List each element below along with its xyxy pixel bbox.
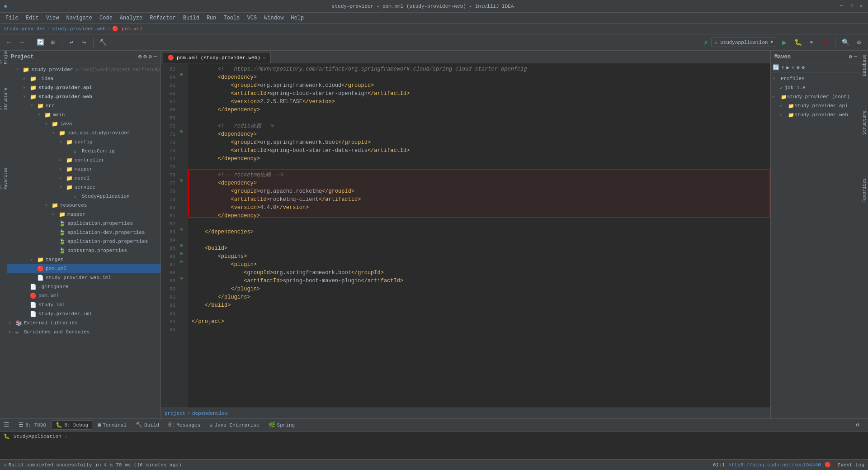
menu-edit[interactable]: Edit	[22, 14, 42, 22]
sidebar-item-package[interactable]: 📁 com.xcc.studyprovider	[7, 128, 160, 138]
run-button[interactable]: ▶	[779, 37, 790, 48]
sidebar-item-model[interactable]: 📁 model	[7, 174, 160, 183]
maven-minimize-icon[interactable]: ─	[854, 53, 857, 60]
sidebar-item-src[interactable]: 📁 src	[7, 101, 160, 110]
menu-run[interactable]: Run	[203, 14, 220, 22]
toolbar-navigate-forward[interactable]: →	[16, 37, 27, 48]
bottom-tab-spring[interactable]: 🌿 Spring	[265, 421, 299, 429]
toolbar-undo[interactable]: ↩	[66, 37, 77, 48]
menu-refactor[interactable]: Refactor	[146, 14, 179, 22]
toolbar-run-indicator[interactable]: ⚡	[703, 38, 708, 47]
toolbar-sync[interactable]: 🔄	[35, 37, 46, 48]
run-config[interactable]: ☕ StudyApplication ▼	[711, 38, 776, 47]
maven-settings-icon[interactable]: ⚙	[849, 53, 852, 60]
sidebar-item-java[interactable]: 📁 java	[7, 119, 160, 128]
toolbar-redo[interactable]: ↪	[79, 37, 90, 48]
bottom-tab-todo[interactable]: ☰ 6: TODO	[15, 421, 50, 429]
sidebar-item-target[interactable]: 📁 target	[7, 255, 160, 264]
sidebar-item-study-provider[interactable]: 📁 study-provider C:\sckj\work\project-se…	[7, 65, 160, 74]
minimize-button[interactable]: ─	[838, 3, 844, 9]
maven-refresh-icon[interactable]: 🔄	[773, 64, 779, 71]
sidebar-item-redisconfig[interactable]: ☕ RedisConfig	[7, 147, 160, 156]
sidebar-item-iml-web[interactable]: 📄 study-provider-web.iml	[7, 273, 160, 282]
toolbar-search[interactable]: 🔍	[840, 37, 851, 48]
code-content[interactable]: <!-- https://mvnrepository.com/artifact/…	[188, 63, 770, 408]
sidebar-item-app-props[interactable]: 🍃 application.properties	[7, 219, 160, 228]
sidebar-item-studyapp[interactable]: ☕ StudyApplication	[7, 192, 160, 201]
menu-navigate[interactable]: Navigate	[62, 14, 96, 22]
menu-code[interactable]: Code	[96, 14, 116, 22]
sidebar-item-api[interactable]: 📁 study-provider-api	[7, 83, 160, 92]
menu-window[interactable]: Window	[260, 14, 287, 22]
right-tab-database[interactable]: Database	[861, 51, 868, 80]
menu-file[interactable]: File	[2, 14, 22, 22]
title-bar-controls[interactable]: ─ □ ✕	[838, 3, 864, 9]
bottom-tab-build[interactable]: 🔨 Build	[132, 421, 163, 429]
event-log-label[interactable]: Event Log	[838, 462, 864, 468]
tab-close-icon[interactable]: ✕	[263, 55, 266, 61]
sidebar-item-app-dev-props[interactable]: 🍃 application-dev.properties	[7, 228, 160, 237]
sidebar-item-mapper[interactable]: 📁 mapper	[7, 165, 160, 174]
sidebar-icon-collapse[interactable]: ⊖	[143, 53, 146, 60]
bottom-settings-icon[interactable]: ⚙	[856, 422, 859, 428]
toolbar-settings2[interactable]: ⚙	[854, 37, 864, 48]
left-icon-favorites[interactable]: 2: Favorites	[0, 176, 7, 182]
breadcrumb-project[interactable]: project	[165, 411, 185, 416]
toolbar-build[interactable]: 🔨	[97, 37, 108, 48]
sidebar-item-gitignore[interactable]: 📄 .gitignore	[7, 282, 160, 291]
sidebar-icon-close[interactable]: ─	[154, 53, 157, 60]
maven-add-icon[interactable]: +	[791, 65, 794, 71]
breadcrumb-dependencies[interactable]: dependencies	[192, 411, 228, 416]
bottom-tab-messages[interactable]: 0: Messages	[165, 421, 204, 429]
left-icon-project[interactable]: 1: Project	[0, 52, 7, 59]
sidebar-icon-expand[interactable]: ⊕	[138, 53, 142, 60]
breadcrumb-item-1[interactable]: study-provider	[4, 26, 45, 32]
coverage-button[interactable]: ☂	[806, 37, 817, 48]
status-url[interactable]: http5://blog.csdn.net/xcc194440	[728, 462, 821, 468]
maximize-button[interactable]: □	[848, 3, 854, 9]
debug-close-icon[interactable]: ✕	[65, 434, 68, 439]
maven-jdk-item[interactable]: ✔ jdk-1.8	[771, 83, 861, 92]
maven-api-item[interactable]: 📁 study-provider-api	[771, 101, 861, 110]
breadcrumb-item-2[interactable]: study-provider-web	[52, 26, 106, 32]
sidebar-item-web[interactable]: 📁 study-provider-web	[7, 92, 160, 101]
code-editor[interactable]: 63 64 65 66 67 68 69 70 71 72 73 74 75 7…	[161, 63, 770, 408]
bottom-tab-java-enterprise[interactable]: ☕ Java Enterprise	[206, 421, 263, 429]
bottom-left-icon[interactable]: ☰	[4, 421, 9, 429]
maven-root-item[interactable]: 📁 study-provider (root)	[771, 92, 861, 101]
sidebar-item-mapper-res[interactable]: 📁 mapper	[7, 210, 160, 219]
menu-build[interactable]: Build	[179, 14, 203, 22]
sidebar-item-idea[interactable]: 📁 .idea	[7, 74, 160, 83]
sidebar-icon-settings[interactable]: ⚙	[149, 53, 152, 60]
menu-help[interactable]: Help	[287, 14, 307, 22]
sidebar-item-scratches[interactable]: ✏️ Scratches and Consoles	[7, 328, 160, 337]
sidebar-item-config[interactable]: 📁 config	[7, 138, 160, 147]
menu-analyze[interactable]: Analyze	[116, 14, 146, 22]
maven-profiles-item[interactable]: Profiles	[771, 74, 861, 83]
maven-run-icon[interactable]: ▶	[786, 64, 789, 71]
close-button[interactable]: ✕	[858, 3, 864, 9]
right-tab-structure[interactable]: Structure	[861, 107, 868, 138]
sidebar-item-ext-libs[interactable]: 📚 External Libraries	[7, 318, 160, 328]
menu-tools[interactable]: Tools	[220, 14, 244, 22]
menu-view[interactable]: View	[42, 14, 63, 22]
sidebar-item-main[interactable]: 📁 main	[7, 110, 160, 119]
debug-button[interactable]: 🐛	[793, 37, 803, 48]
sidebar-item-bootstrap-props[interactable]: 🍃 bootstrap.properties	[7, 246, 160, 255]
sidebar-item-resources[interactable]: 📁 resources	[7, 201, 160, 210]
sidebar-item-controller[interactable]: 📁 controller	[7, 156, 160, 165]
bottom-tab-terminal[interactable]: ▣ Terminal	[94, 421, 130, 429]
editor-tab-pom[interactable]: 🔴 pom.xml (study-provider-web) ✕	[163, 52, 271, 63]
sidebar-item-pom-web[interactable]: 🔴 pom.xml	[7, 264, 160, 273]
stop-button[interactable]: ■	[820, 37, 830, 48]
right-tab-favorites[interactable]: Favorites	[861, 175, 868, 206]
maven-expand-icon[interactable]: ⊕	[797, 64, 800, 71]
sidebar-item-app-prod-props[interactable]: 🍃 application-prod.properties	[7, 237, 160, 246]
bottom-minimize-icon[interactable]: ─	[861, 422, 864, 428]
toolbar-settings[interactable]: ⚙	[47, 37, 58, 48]
left-icon-structure[interactable]: 2: Structure	[0, 96, 7, 102]
breadcrumb-item-3[interactable]: 🔴 pom.xml	[112, 26, 142, 32]
sidebar-item-study-iml[interactable]: 📄 study.iml	[7, 300, 160, 309]
maven-download-icon[interactable]: ⬇	[781, 64, 784, 71]
menu-vcs[interactable]: VCS	[244, 14, 261, 22]
